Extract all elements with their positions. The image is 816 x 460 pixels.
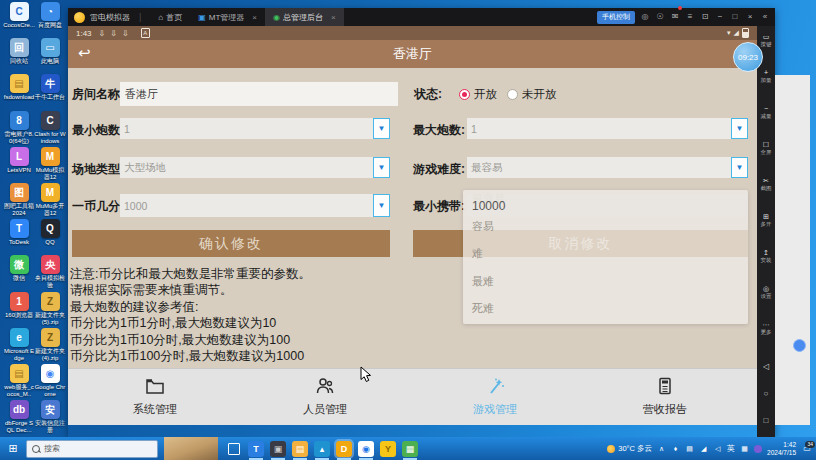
emulator-tab[interactable]: ▣MT管理器×	[190, 8, 265, 26]
dropdown-arrow-icon[interactable]: ▼	[731, 118, 748, 139]
ime-indicator[interactable]: 英	[727, 443, 735, 454]
max-cannon-select[interactable]: 1 ▼	[467, 118, 748, 139]
desktop-icon[interactable]: 图图吧工具箱2024	[3, 183, 35, 217]
floating-blue-button[interactable]	[793, 339, 806, 352]
taskbar-app-ldplayer[interactable]: D	[336, 441, 352, 457]
desktop-icon[interactable]: ◔百度网盘	[34, 2, 66, 29]
desktop-icon[interactable]: ◉Google Chrome	[34, 364, 66, 398]
dropdown-arrow-icon[interactable]: ▼	[731, 157, 748, 178]
taskbar-clock[interactable]: 1:42 2024/7/15	[767, 441, 796, 456]
desktop-icon[interactable]: CClash for Windows	[34, 111, 66, 145]
difficulty-select[interactable]: 最容易 ▼	[467, 157, 748, 178]
sidebar-tool-1[interactable]: ▭按键	[757, 32, 775, 48]
desktop-icon[interactable]: 回回收站	[3, 38, 35, 65]
emulator-tab[interactable]: ⌂首页	[150, 8, 190, 26]
status-radio[interactable]	[507, 89, 518, 100]
desktop-icon[interactable]: 8雷电账户8.0(64位)	[3, 111, 35, 145]
taskbar-app-dark-app[interactable]: ▣	[270, 441, 286, 457]
room-name-input[interactable]	[120, 82, 398, 106]
android-home-button[interactable]: ○	[757, 389, 775, 398]
min-carry-input[interactable]	[467, 194, 748, 217]
sidebar-tool-2[interactable]: +加量	[757, 68, 775, 84]
status-radio[interactable]	[459, 89, 470, 100]
task-view-button[interactable]	[228, 443, 240, 455]
desktop-icon[interactable]: TToDesk	[3, 219, 35, 246]
desktop-icon[interactable]: CCocosCre...	[3, 2, 35, 29]
desktop-icon[interactable]: MMuMu模拟器12	[34, 147, 66, 181]
volume-icon[interactable]: ◁	[713, 445, 722, 453]
dropdown-arrow-icon[interactable]: ▼	[373, 194, 390, 217]
taskbar-app-green-app[interactable]: ▦	[402, 441, 418, 457]
android-back-button[interactable]: ◁	[757, 362, 775, 371]
nav-item-wand[interactable]: 游戏管理	[450, 376, 540, 417]
maximize-button[interactable]: □	[730, 8, 740, 26]
desktop-icon[interactable]: ▤web服务_cocos_M..	[3, 364, 35, 398]
taskbar-app-yellow-app[interactable]: Y	[380, 441, 396, 457]
sidebar-tool-9[interactable]: ⋯更多	[757, 320, 775, 336]
desktop-icon[interactable]: 微微信	[3, 255, 35, 282]
close-button[interactable]: ×	[745, 8, 755, 26]
taskbar-app-file-explorer[interactable]: ▤	[292, 441, 308, 457]
start-button[interactable]: ⊞	[0, 442, 26, 455]
tab-close-icon[interactable]: ×	[331, 13, 336, 22]
difficulty-option[interactable]: 难	[472, 246, 483, 261]
network-icon[interactable]: ◢	[699, 445, 708, 453]
taskbar-app-todesk[interactable]: T	[248, 441, 264, 457]
weather-status[interactable]: 30°C 多云	[607, 444, 652, 454]
field-type-select[interactable]: 大型场地 ▼	[120, 157, 390, 178]
emulator-tab[interactable]: ◉总管理后台×	[265, 8, 344, 26]
tab-close-icon[interactable]: ×	[252, 13, 257, 22]
touch-keyboard-icon[interactable]: ▦	[740, 445, 749, 453]
community-icon[interactable]: ☉	[655, 8, 665, 26]
sidebar-tool-5[interactable]: ✂截图	[757, 176, 775, 192]
desktop-icon[interactable]: ▭此电脑	[34, 38, 66, 65]
desktop-icon[interactable]: 牛千牛工作台	[34, 74, 66, 101]
dropdown-arrow-icon[interactable]: ▼	[373, 157, 390, 178]
difficulty-option[interactable]: 死难	[472, 301, 494, 316]
microphone-tray-icon[interactable]: ♦	[671, 445, 680, 452]
minimize-button[interactable]: −	[715, 8, 725, 26]
nav-item-calculator[interactable]: 营收报告	[620, 376, 710, 417]
back-icon[interactable]: ↩	[78, 44, 91, 62]
phone-control-button[interactable]: 手机控制	[597, 11, 635, 24]
sidebar-tool-3[interactable]: −减量	[757, 104, 775, 120]
sidebar-tool-7[interactable]: ↥安装	[757, 248, 775, 264]
desktop-icon[interactable]: LLetsVPN	[3, 147, 35, 174]
desktop-icon[interactable]: Z新建文件夹(5).zip	[34, 292, 66, 326]
coin-ratio-select[interactable]: 1000 ▼	[120, 194, 390, 217]
desktop-icon[interactable]: QQQ	[34, 219, 66, 246]
desktop-icon[interactable]: 安安装信息注册	[34, 400, 66, 434]
hidden-icons-chevron[interactable]: ∧	[657, 445, 666, 453]
purple-tray-icon[interactable]	[754, 445, 762, 453]
sidebar-tool-8[interactable]: ◎设置	[757, 284, 775, 300]
floating-timer-badge[interactable]: 09:23	[733, 42, 763, 72]
taskbar-search[interactable]: 搜索	[26, 440, 158, 458]
news-weather-widget[interactable]	[164, 437, 218, 460]
android-recents-button[interactable]: □	[757, 416, 775, 425]
taskbar-app-chrome[interactable]: ◉	[358, 441, 374, 457]
nav-item-folder[interactable]: 系统管理	[110, 376, 200, 417]
message-icon[interactable]: ✉	[670, 8, 680, 26]
desktop-icon[interactable]: MMuMu多开器12	[34, 183, 66, 217]
feedback-icon[interactable]: ⊡	[700, 8, 710, 26]
dropdown-arrow-icon[interactable]: ▼	[373, 118, 390, 139]
sidebar-tool-4[interactable]: ☐全屏	[757, 140, 775, 156]
desktop-icon[interactable]: 1160浏览器	[3, 292, 35, 319]
menu-icon[interactable]: ≡	[685, 8, 695, 26]
notification-center-button[interactable]: ▭ 34	[801, 444, 813, 453]
difficulty-option[interactable]: 容易	[472, 219, 494, 234]
desktop-icon[interactable]: dbdbForge SQL Dec...	[3, 400, 35, 434]
controller-icon[interactable]: ◎	[640, 8, 650, 26]
desktop-icon[interactable]: Z新建文件夹(4).zip	[34, 328, 66, 362]
collapse-toolbar-button[interactable]: «	[760, 8, 770, 26]
min-cannon-select[interactable]: 1 ▼	[120, 118, 390, 139]
sidebar-tool-6[interactable]: ⊞多开	[757, 212, 775, 228]
app-tray-icon[interactable]: ▤	[685, 445, 694, 453]
difficulty-option[interactable]: 最难	[472, 274, 494, 289]
nav-item-people[interactable]: 人员管理	[280, 376, 370, 417]
confirm-button[interactable]: 确认修改	[72, 230, 390, 257]
desktop-icon[interactable]: eMicrosoft Edge	[3, 328, 35, 362]
desktop-icon[interactable]: ▤fsdownload	[3, 74, 35, 101]
desktop-icon[interactable]: 央央目模拟检验	[34, 255, 66, 289]
taskbar-app-photos[interactable]: ▴	[314, 441, 330, 457]
